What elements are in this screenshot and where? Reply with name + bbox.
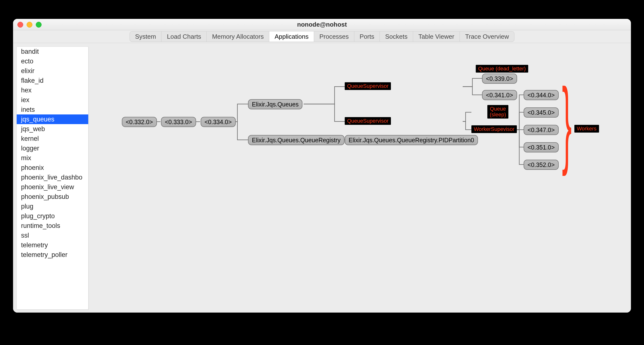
sidebar-item-jqs_queues[interactable]: jqs_queues (17, 114, 88, 124)
sidebar-item-telemetry[interactable]: telemetry (17, 240, 88, 250)
label-worker-supervisor: WorkerSupevisor (472, 125, 517, 133)
titlebar[interactable]: nonode@nohost (13, 19, 631, 30)
proc-333[interactable]: <0.333.0> (161, 117, 196, 127)
sidebar-item-telemetry_poller[interactable]: telemetry_poller (17, 250, 88, 260)
proc-351[interactable]: <0.351.0> (524, 142, 559, 152)
tab-load-charts[interactable]: Load Charts (162, 32, 207, 42)
sidebar-item-bandit[interactable]: bandit (17, 47, 88, 56)
sidebar-item-hex[interactable]: hex (17, 85, 88, 95)
sidebar-item-jqs_web[interactable]: jqs_web (17, 124, 88, 134)
content: banditectoelixirflake_idhexiexinetsjqs_q… (13, 43, 631, 312)
sidebar-item-phoenix_live_dashbo[interactable]: phoenix_live_dashbo (17, 173, 88, 182)
label-queue-supervisor-1: QueueSupervisor (345, 82, 391, 90)
sidebar-item-plug_crypto[interactable]: plug_crypto (17, 211, 88, 221)
label-queue-sleep: Queue (sleep) (487, 105, 508, 119)
sidebar-item-mix[interactable]: mix (17, 153, 88, 163)
sidebar-item-plug[interactable]: plug (17, 202, 88, 211)
sidebar-item-elixir[interactable]: elixir (17, 66, 88, 76)
tabbar: SystemLoad ChartsMemory AllocatorsApplic… (13, 30, 631, 43)
brace-icon: } (562, 74, 572, 171)
traffic-lights (18, 22, 42, 28)
sidebar-item-logger[interactable]: logger (17, 143, 88, 153)
sidebar-item-runtime_tools[interactable]: runtime_tools (17, 221, 88, 231)
tab-applications[interactable]: Applications (269, 32, 314, 42)
tab-table-viewer[interactable]: Table Viewer (413, 32, 460, 42)
sidebar-item-kernel[interactable]: kernel (17, 134, 88, 143)
proc-334[interactable]: <0.334.0> (201, 117, 236, 127)
process-tree-canvas[interactable]: <0.332.0> <0.333.0> <0.334.0> Elixir.Jqs… (88, 43, 631, 312)
tab-ports[interactable]: Ports (354, 32, 380, 42)
label-queue-supervisor-2: QueueSupervisor (345, 117, 391, 125)
proc-339[interactable]: <0.339.0> (482, 74, 517, 84)
proc-queue-registry[interactable]: Elixir.Jqs.Queues.QueueRegistry (248, 135, 344, 145)
sidebar-item-ecto[interactable]: ecto (17, 56, 88, 66)
sidebar-item-phoenix_pubsub[interactable]: phoenix_pubsub (17, 192, 88, 202)
tab-processes[interactable]: Processes (314, 32, 354, 42)
proc-347[interactable]: <0.347.0> (524, 125, 559, 135)
proc-344[interactable]: <0.344.0> (524, 90, 559, 100)
proc-332[interactable]: <0.332.0> (122, 117, 157, 127)
close-icon[interactable] (18, 22, 23, 28)
sidebar-item-iex[interactable]: iex (17, 95, 88, 105)
tab-sockets[interactable]: Sockets (380, 32, 413, 42)
sidebar-item-phoenix[interactable]: phoenix (17, 163, 88, 173)
label-workers: Workers (574, 125, 599, 133)
proc-345[interactable]: <0.345.0> (524, 107, 559, 118)
minimize-icon[interactable] (26, 22, 32, 28)
zoom-icon[interactable] (36, 22, 42, 28)
proc-queues[interactable]: Elixir.Jqs.Queues (248, 99, 302, 109)
tab-trace-overview[interactable]: Trace Overview (460, 32, 514, 42)
app-window: nonode@nohost SystemLoad ChartsMemory Al… (13, 19, 631, 312)
tab-system[interactable]: System (130, 32, 162, 42)
sidebar-item-flake_id[interactable]: flake_id (17, 76, 88, 85)
proc-352[interactable]: <0.352.0> (524, 160, 559, 170)
sidebar-item-phoenix_live_view[interactable]: phoenix_live_view (17, 182, 88, 192)
proc-341[interactable]: <0.341.0> (482, 90, 517, 100)
tab-memory-allocators[interactable]: Memory Allocators (207, 32, 269, 42)
label-queue-dead-letter: Queue (dead_letter) (476, 65, 528, 73)
sidebar-item-inets[interactable]: inets (17, 105, 88, 114)
proc-registry-partition0[interactable]: Elixir.Jqs.Queues.QueueRegistry.PIDParti… (345, 135, 478, 145)
application-list[interactable]: banditectoelixirflake_idhexiexinetsjqs_q… (16, 47, 88, 310)
window-title: nonode@nohost (13, 21, 631, 28)
tabset: SystemLoad ChartsMemory AllocatorsApplic… (130, 31, 514, 42)
sidebar-item-ssl[interactable]: ssl (17, 231, 88, 240)
